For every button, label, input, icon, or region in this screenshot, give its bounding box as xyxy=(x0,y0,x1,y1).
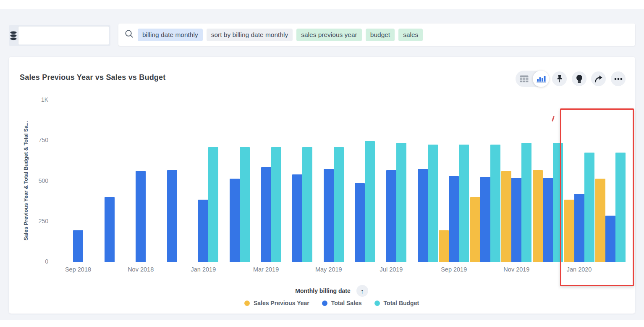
legend-label: Total Sales xyxy=(331,300,362,306)
bar-total-sales[interactable] xyxy=(449,176,459,262)
legend-item[interactable]: Sales Previous Year xyxy=(244,300,309,306)
bar-total-budget[interactable] xyxy=(365,141,375,262)
search-icon xyxy=(124,29,134,40)
bar-total-sales[interactable] xyxy=(198,200,208,262)
y-tick-label: 0 xyxy=(23,258,48,265)
lightbulb-icon xyxy=(576,75,583,83)
legend-label: Sales Previous Year xyxy=(254,300,309,306)
y-tick-label: 500 xyxy=(23,177,48,184)
bar-total-budget[interactable] xyxy=(396,143,406,262)
bar-total-budget[interactable] xyxy=(302,147,312,262)
legend-item[interactable]: Total Sales xyxy=(322,300,362,306)
bar-total-sales[interactable] xyxy=(480,177,490,262)
search-token[interactable]: sales previous year xyxy=(296,29,362,41)
ellipsis-icon xyxy=(614,78,623,80)
app-canvas: billing date monthlysort by billing date… xyxy=(0,0,644,327)
bar-total-sales[interactable] xyxy=(105,197,115,262)
legend-dot xyxy=(374,301,380,306)
bar-total-budget[interactable] xyxy=(271,147,281,262)
x-axis-title-row: Monthly billing date ↑ xyxy=(46,285,617,297)
bar-total-sales[interactable] xyxy=(230,179,240,262)
data-source-selector[interactable] xyxy=(9,25,110,46)
chart-title: Sales Previous Year vs Sales vs Budget xyxy=(20,73,165,82)
highlight-box xyxy=(560,108,634,286)
bar-total-budget[interactable] xyxy=(208,147,218,262)
bar-total-sales[interactable] xyxy=(73,230,83,262)
pin-button[interactable] xyxy=(552,71,567,86)
search-token[interactable]: billing date monthly xyxy=(138,29,203,41)
bar-total-sales[interactable] xyxy=(324,169,334,262)
x-tick-label: May 2019 xyxy=(308,266,350,273)
table-view-icon[interactable] xyxy=(516,71,533,87)
x-tick-label: Jul 2019 xyxy=(370,266,412,273)
chart-legend: Sales Previous YearTotal SalesTotal Budg… xyxy=(46,300,617,306)
sort-ascending-button[interactable]: ↑ xyxy=(356,285,368,297)
pin-icon xyxy=(556,75,563,83)
legend-dot xyxy=(322,301,327,306)
y-tick-label: 250 xyxy=(23,218,48,224)
search-token[interactable]: sales xyxy=(398,29,423,41)
y-tick-label: 750 xyxy=(23,137,48,143)
legend-dot xyxy=(244,301,250,306)
bar-total-sales[interactable] xyxy=(355,183,365,262)
bar-total-sales[interactable] xyxy=(418,169,428,262)
more-options-button[interactable] xyxy=(611,71,626,86)
insights-button[interactable] xyxy=(572,71,586,86)
bar-total-budget[interactable] xyxy=(459,145,469,262)
legend-label: Total Budget xyxy=(384,300,419,306)
x-tick-label: Mar 2019 xyxy=(245,266,287,273)
bar-sales-previous-year[interactable] xyxy=(501,171,511,262)
bar-sales-previous-year[interactable] xyxy=(533,170,543,262)
x-axis-title: Monthly billing date xyxy=(295,287,350,294)
database-icon xyxy=(9,25,18,46)
arrow-up-icon: ↑ xyxy=(361,287,364,295)
bar-total-sales[interactable] xyxy=(136,171,146,262)
bar-total-sales[interactable] xyxy=(292,174,302,262)
data-source-input[interactable] xyxy=(18,26,109,45)
bar-total-sales[interactable] xyxy=(261,167,271,262)
search-token-list: billing date monthlysort by billing date… xyxy=(138,29,423,41)
search-bar[interactable]: billing date monthlysort by billing date… xyxy=(118,24,635,46)
bar-total-budget[interactable] xyxy=(521,143,531,262)
bar-sales-previous-year[interactable] xyxy=(470,197,480,262)
legend-item[interactable]: Total Budget xyxy=(374,300,419,306)
share-button[interactable] xyxy=(591,71,606,86)
x-tick-label: Sep 2018 xyxy=(57,266,99,273)
search-token[interactable]: sort by billing date monthly xyxy=(207,29,293,41)
view-toggle[interactable] xyxy=(516,71,549,87)
x-tick-label: Sep 2019 xyxy=(433,266,475,273)
bar-total-budget[interactable] xyxy=(240,147,250,262)
bar-total-sales[interactable] xyxy=(511,178,521,262)
bar-total-budget[interactable] xyxy=(490,145,500,262)
search-token[interactable]: budget xyxy=(366,29,395,41)
x-tick-label: Jan 2019 xyxy=(182,266,224,273)
bar-sales-previous-year[interactable] xyxy=(439,230,449,262)
share-icon xyxy=(594,75,603,83)
y-tick-label: 1K xyxy=(23,96,48,103)
bar-total-sales[interactable] xyxy=(167,170,177,262)
chart-view-icon-selected[interactable] xyxy=(533,71,549,87)
bar-total-sales[interactable] xyxy=(543,178,553,262)
x-tick-label: Nov 2018 xyxy=(120,266,162,273)
bar-total-sales[interactable] xyxy=(386,170,396,262)
bar-total-budget[interactable] xyxy=(428,145,438,262)
x-tick-label: Nov 2019 xyxy=(495,266,537,273)
bar-total-budget[interactable] xyxy=(334,147,344,262)
